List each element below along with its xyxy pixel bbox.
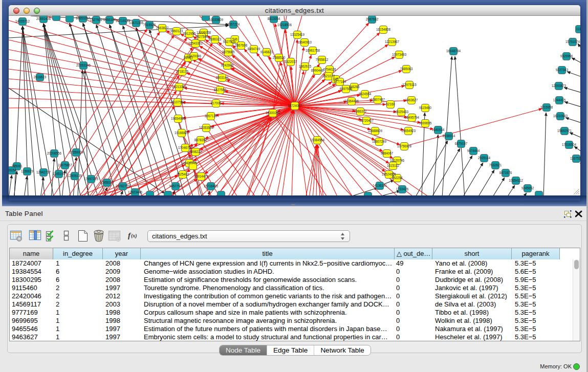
svg-text:18724007: 18724007 [288,104,302,107]
svg-text:16154808: 16154808 [376,28,391,31]
svg-text:9146821: 9146821 [260,50,273,54]
svg-text:16914479: 16914479 [194,174,209,178]
svg-text:1244415: 1244415 [553,98,566,102]
svg-text:16120746: 16120746 [390,159,405,162]
svg-text:2803144: 2803144 [216,76,229,79]
svg-text:16961758: 16961758 [306,49,320,52]
svg-text:2087682: 2087682 [366,17,379,21]
svg-text:9227343: 9227343 [556,68,569,72]
svg-text:19654985: 19654985 [171,117,186,120]
svg-text:9327505: 9327505 [195,35,208,38]
svg-text:16782759: 16782759 [116,184,130,188]
svg-text:16543362: 16543362 [188,41,203,45]
svg-text:10025433: 10025433 [394,110,409,114]
svg-text:1640934: 1640934 [432,128,445,132]
svg-text:10653267: 10653267 [76,16,91,20]
svg-text:14136141: 14136141 [373,184,387,187]
svg-text:7986372: 7986372 [354,110,367,113]
svg-text:18807249: 18807249 [372,140,387,143]
svg-text:7485063: 7485063 [400,67,413,71]
svg-text:15692971: 15692971 [557,129,572,133]
svg-text:(x): (x) [131,233,137,239]
svg-text:16210643: 16210643 [553,114,568,118]
svg-text:8938914: 8938914 [443,134,455,138]
svg-text:20364436: 20364436 [344,99,359,103]
svg-text:12213967: 12213967 [385,40,400,43]
svg-text:15716485: 15716485 [204,184,219,188]
svg-text:17359924: 17359924 [69,150,84,154]
svg-text:7955812: 7955812 [316,58,329,61]
svg-text:18640910: 18640910 [297,40,312,44]
svg-text:2718176: 2718176 [176,70,189,73]
svg-text:19975867: 19975867 [58,163,73,167]
svg-text:12093873: 12093873 [552,84,567,87]
svg-text:1733426: 1733426 [396,187,409,191]
svg-text:12213349: 12213349 [172,85,187,89]
svg-text:17957225: 17957225 [84,177,99,181]
svg-text:7357224: 7357224 [227,23,240,26]
svg-text:19384554: 19384554 [310,138,325,142]
svg-text:16648784: 16648784 [446,49,461,53]
svg-text:252254: 252254 [391,176,403,180]
svg-text:2935114: 2935114 [478,156,491,160]
svg-text:18495794: 18495794 [405,116,420,119]
svg-text:8912955: 8912955 [183,32,196,35]
svg-text:39154: 39154 [9,168,16,172]
svg-text:12353594: 12353594 [199,126,214,129]
svg-text:10654112: 10654112 [509,179,523,182]
svg-text:8454749: 8454749 [248,47,260,51]
svg-text:19218506: 19218506 [277,23,292,27]
svg-text:6879197: 6879197 [455,142,468,145]
svg-text:20206556: 20206556 [47,151,62,155]
svg-text:3875685: 3875685 [222,50,235,54]
svg-text:8813054: 8813054 [268,17,280,20]
svg-text:15720407: 15720407 [359,119,374,122]
svg-text:9884067: 9884067 [381,151,394,155]
svg-text:9498222: 9498222 [189,150,202,154]
svg-text:1167533: 1167533 [570,157,580,160]
svg-text:8990448: 8990448 [311,69,324,72]
svg-text:3267130: 3267130 [205,114,217,118]
svg-text:9960123: 9960123 [170,29,183,33]
svg-text:19654923: 19654923 [401,129,416,133]
svg-text:7632621: 7632621 [489,163,502,167]
svg-text:12975115: 12975115 [402,83,417,86]
svg-text:1615112: 1615112 [387,164,400,167]
svg-text:6794028: 6794028 [323,68,336,71]
svg-text:16033809: 16033809 [209,18,224,21]
svg-text:17046798: 17046798 [178,146,193,149]
svg-text:1527602: 1527602 [90,18,103,21]
svg-text:16107552: 16107552 [170,100,185,104]
svg-text:14055712: 14055712 [15,19,30,23]
svg-text:10807487: 10807487 [371,98,385,101]
svg-text:1112: 1112 [576,27,580,31]
svg-text:9242848: 9242848 [221,63,234,67]
svg-text:9463627: 9463627 [405,98,418,102]
svg-text:62160: 62160 [386,102,395,106]
svg-text:10719135: 10719135 [116,19,130,23]
svg-text:18300295: 18300295 [266,111,280,115]
svg-text:9699695: 9699695 [419,121,432,125]
svg-text:17016504: 17016504 [562,143,577,146]
svg-text:15751074: 15751074 [565,40,580,43]
svg-text:23420046: 23420046 [187,54,202,58]
svg-text:12905135: 12905135 [68,174,82,178]
svg-text:12923446: 12923446 [128,190,143,194]
svg-text:817006: 817006 [210,101,222,105]
svg-text:785061: 785061 [11,164,23,168]
svg-text:8471676: 8471676 [499,171,512,174]
svg-text:9457791: 9457791 [169,184,182,188]
svg-text:12942737: 12942737 [36,170,51,174]
svg-text:9245652: 9245652 [521,186,534,190]
svg-text:9777169: 9777169 [334,80,346,83]
svg-text:2588520: 2588520 [273,56,286,59]
svg-text:9115460: 9115460 [419,106,432,110]
svg-text:7663822: 7663822 [156,26,169,30]
svg-text:13226058: 13226058 [197,31,211,34]
svg-text:9474444: 9474444 [467,149,480,152]
svg-text:10671355: 10671355 [129,21,144,25]
svg-text:20053346: 20053346 [76,63,91,67]
svg-text:3215958: 3215958 [540,105,553,109]
svg-text:7625402: 7625402 [177,172,189,176]
svg-text:8427552: 8427552 [214,88,227,92]
